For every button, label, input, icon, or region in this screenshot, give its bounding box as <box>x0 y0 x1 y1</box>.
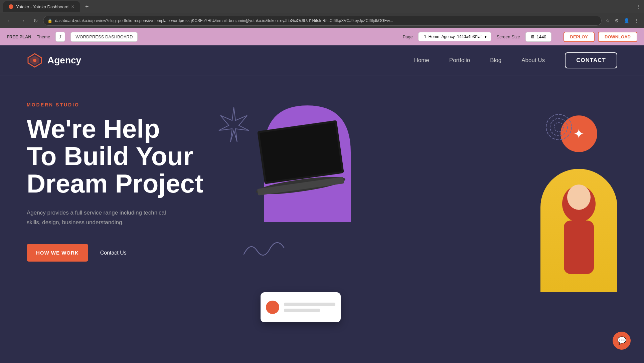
free-plan-label: FREE PLAN <box>7 34 31 39</box>
monitor-icon: 🖥 <box>530 34 535 39</box>
reload-button[interactable]: ↻ <box>31 16 40 25</box>
theme-label: Theme <box>37 34 50 39</box>
page-value: _1_Home_Agency_1440a4b3f1af <box>422 34 482 39</box>
share-button[interactable]: ⤴ <box>55 32 65 42</box>
squiggle-svg <box>240 234 287 261</box>
card-lines <box>284 303 335 312</box>
svg-point-2 <box>33 59 36 62</box>
forward-button[interactable]: → <box>17 16 28 25</box>
svg-rect-5 <box>260 122 342 182</box>
swirl-svg <box>544 112 574 142</box>
site-navigation: Agency Home Portfolio Blog About Us CONT… <box>0 45 644 75</box>
svg-point-12 <box>567 185 591 210</box>
nav-links: Home Portfolio Blog About Us <box>414 57 545 64</box>
download-button[interactable]: DOWNLOAD <box>598 32 637 42</box>
screen-size-selector[interactable]: 🖥 1440 <box>525 32 551 42</box>
squiggle-decoration <box>240 234 287 262</box>
menu-icon[interactable]: ⋮ <box>633 17 640 25</box>
svg-marker-3 <box>219 107 249 142</box>
yotako-toolbar: FREE PLAN Theme ⤴ WORDPRESS DASHBOARD Pa… <box>0 28 644 45</box>
url-bar[interactable]: 🔒 dashboard.yotako.io/preview?slug=portf… <box>43 16 602 26</box>
how-we-work-button[interactable]: HOW WE WORK <box>27 244 88 262</box>
screen-size-value: 1440 <box>537 34 546 39</box>
tab-title: Yotako - Yotako Dashboard <box>16 4 68 9</box>
hero-title-line2: To Build Your <box>27 141 193 171</box>
page-selector[interactable]: _1_Home_Agency_1440a4b3f1af ▼ <box>418 32 491 41</box>
hero-description: Agency provides a full service range inc… <box>27 208 174 228</box>
svg-rect-13 <box>564 221 594 274</box>
chat-icon: 💬 <box>617 336 626 345</box>
tab-close-icon[interactable]: ✕ <box>71 4 74 9</box>
nav-blog[interactable]: Blog <box>490 57 501 64</box>
hero-title: We're Help To Build Your Dream Project <box>27 115 234 198</box>
browser-tab-bar: Yotako - Yotako Dashboard ✕ + ⋮ <box>0 0 644 13</box>
site-logo[interactable]: Agency <box>27 52 81 68</box>
sparkle-icon: ✦ <box>573 126 585 141</box>
laptop-svg <box>254 99 361 222</box>
browser-controls: ← → ↻ 🔒 dashboard.yotako.io/preview?slug… <box>0 13 644 28</box>
bookmark-icon[interactable]: ☆ <box>604 17 611 25</box>
lock-icon: 🔒 <box>47 18 52 23</box>
hero-illustrations: ✦ <box>234 95 617 329</box>
hero-content: MODERN STUDIO We're Help To Build Your D… <box>27 95 234 329</box>
logo-text: Agency <box>47 55 81 66</box>
website-preview: Agency Home Portfolio Blog About Us CONT… <box>0 45 644 363</box>
contact-us-link[interactable]: Contact Us <box>100 250 127 256</box>
starburst-svg <box>214 105 254 145</box>
window-controls: ⋮ <box>636 4 641 9</box>
deploy-button[interactable]: DEPLOY <box>564 32 595 42</box>
hero-section: MODERN STUDIO We're Help To Build Your D… <box>0 75 644 329</box>
nav-portfolio[interactable]: Portfolio <box>449 57 470 64</box>
browser-tab-active[interactable]: Yotako - Yotako Dashboard ✕ <box>3 1 80 12</box>
laptop-illustration <box>254 99 361 224</box>
browser-chrome: Yotako - Yotako Dashboard ✕ + ⋮ ← → ↻ 🔒 … <box>0 0 644 28</box>
contact-button[interactable]: CONTACT <box>565 52 617 68</box>
new-tab-button[interactable]: + <box>83 3 92 10</box>
card-dot <box>266 301 279 314</box>
hero-buttons: HOW WE WORK Contact Us <box>27 244 234 262</box>
url-text: dashboard.yotako.io/preview?slug=portfol… <box>55 18 393 23</box>
wordpress-dashboard-button[interactable]: WORDPRESS DASHBOARD <box>70 32 138 42</box>
person-placeholder <box>540 169 617 292</box>
hero-title-line3: Dream Project <box>27 169 203 198</box>
extensions-icon[interactable]: ⚙ <box>613 17 620 25</box>
card-line-2 <box>284 309 320 312</box>
chat-bubble[interactable]: 💬 <box>613 332 631 350</box>
toolbar-action-buttons: DEPLOY DOWNLOAD <box>564 32 637 42</box>
person-silhouette-svg <box>545 177 612 284</box>
browser-action-buttons: ☆ ⚙ 👤 ⋮ <box>604 17 640 25</box>
hero-title-line1: We're Help <box>27 114 160 143</box>
logo-icon <box>27 52 43 68</box>
screen-size-label: Screen Size <box>497 34 520 39</box>
profile-icon[interactable]: 👤 <box>622 17 631 25</box>
card-line-1 <box>284 303 335 306</box>
back-button[interactable]: ← <box>4 16 15 25</box>
page-label: Page <box>402 34 413 39</box>
nav-home[interactable]: Home <box>414 57 429 64</box>
share-icon: ⤴ <box>59 34 61 39</box>
nav-about-us[interactable]: About Us <box>521 57 545 64</box>
person-card <box>540 169 617 292</box>
swirl-decoration <box>544 112 574 142</box>
chevron-down-icon: ▼ <box>484 34 488 39</box>
starburst-decoration <box>214 105 254 145</box>
hero-tagline: MODERN STUDIO <box>27 102 234 107</box>
tab-favicon <box>9 4 13 9</box>
bottom-info-card <box>261 292 341 322</box>
svg-point-10 <box>554 122 564 132</box>
svg-point-9 <box>550 118 568 136</box>
